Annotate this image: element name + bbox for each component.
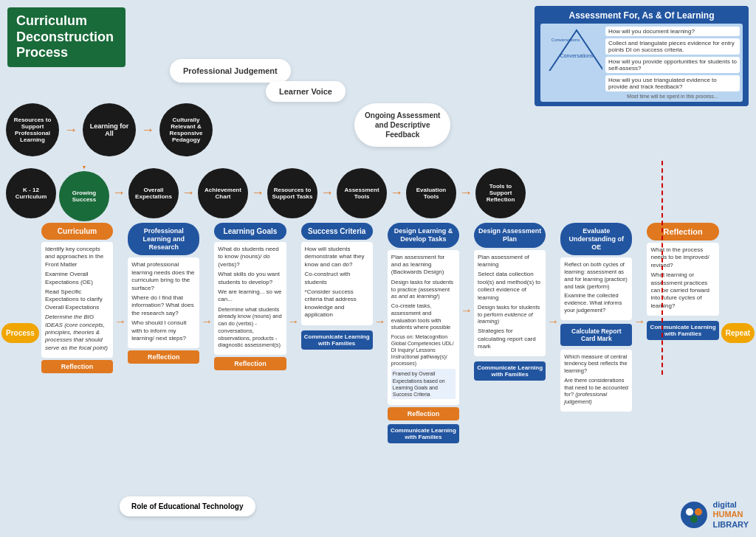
col-eo-content2: Which measure of central tendency best r…	[560, 350, 632, 412]
oval-assessment-tools: Assessment Tools	[337, 168, 387, 218]
assessment-box: Assessment For, As & Of Learning Convers…	[535, 6, 749, 106]
communicate-families-dl[interactable]: Communicate Learning with Families	[388, 424, 459, 443]
col-eo-content: Reflect on both cycles of learning: asse…	[560, 257, 632, 319]
red-dashed-line	[662, 161, 663, 375]
columns-area: Process Curriculum Identify key concepts…	[1, 223, 755, 443]
col-success-criteria: Success Criteria How will students demon…	[301, 223, 373, 350]
oval-growing-success: Growing Success	[59, 171, 109, 221]
reflection-btn-lg[interactable]: Reflection	[214, 357, 286, 370]
logo-area: digitalHUMANLIBRARY	[679, 500, 749, 530]
col-sc-content: How will students demonstrate what they …	[301, 242, 373, 325]
da-q3: Design tasks for students to perform evi…	[478, 304, 542, 325]
communicate-families-ref[interactable]: Communicate Learning with Families	[647, 321, 718, 340]
lg-q2: What skills do you want students to deve…	[218, 271, 282, 286]
arrow-c6: →	[547, 315, 559, 328]
assessment-inner: Conversations Products Observations Conv…	[540, 24, 743, 102]
svg-point-9	[690, 516, 698, 523]
col-curriculum-content: Identify key concepts and approaches in …	[41, 242, 113, 358]
oval-k12: K - 12 Curriculum	[6, 168, 56, 218]
da-q4: Strategies for calculating report card m…	[478, 328, 542, 350]
dl-q4: Focus on: Metacognition Global Competenc…	[391, 333, 456, 367]
sc-q3: *Consider success criteria that address …	[305, 288, 369, 319]
reflection-btn-curriculum[interactable]: Reflection	[41, 360, 113, 373]
dl-q1: Plan assessment for and as learning (Bac…	[391, 254, 456, 277]
col-da-content: Plan assessment of learning Select data …	[474, 250, 546, 357]
dhl-logo-icon	[679, 500, 709, 530]
svg-point-7	[686, 508, 693, 516]
dl-q2: Design tasks for students to practice (a…	[391, 279, 456, 300]
q4: How will you use triangulated evidence t…	[605, 75, 740, 91]
arrow-row2d: →	[320, 185, 334, 201]
lg-q3: We are learning... so we can...	[218, 288, 282, 304]
dl-framed: Framed by Overall Expectations based on …	[391, 369, 456, 398]
col-prof-header: Professional Learning and Research	[128, 223, 199, 255]
sc-q2: Co-construct with students	[305, 271, 369, 286]
col-learning-goals: Learning Goals What do students need to …	[214, 223, 286, 370]
lg-q1: What do students need to know (nouns)/ d…	[218, 246, 282, 268]
communicate-families-sc[interactable]: Communicate Learning with Families	[301, 330, 373, 350]
oval-culturally: Culturally Relevant & Responsive Pedagog…	[159, 103, 213, 156]
reflection-btn-prof[interactable]: Reflection	[128, 350, 199, 364]
item-front-matter: Identify key concepts and approaches in …	[45, 246, 109, 268]
col-lg-content: What do students need to know (nouns)/ d…	[214, 242, 286, 355]
cloud-professional-judgement: Professional Judgement	[170, 59, 291, 83]
arrow-row2c: →	[251, 185, 264, 201]
process-label: Process	[1, 323, 39, 343]
arrow-c7: →	[633, 315, 645, 328]
ref-q1: What in the process needs to be improved…	[650, 246, 715, 269]
oval-resources: Resources to Support Professional Learni…	[6, 103, 59, 156]
svg-text:Conversations: Conversations	[560, 53, 594, 58]
col-lg-header: Learning Goals	[214, 223, 286, 240]
repeat-label: Repeat	[721, 323, 755, 343]
sc-q1: How will students demonstrate what they …	[305, 246, 369, 268]
arrow-c5: →	[461, 304, 472, 317]
eo-q4: Are there considerations that need to be…	[564, 377, 628, 406]
eo-q2: Examine the collected evidence. What inf…	[564, 292, 628, 313]
reflection-btn-dl[interactable]: Reflection	[388, 407, 459, 420]
col-design-learning: Design Learning & Develop Tasks Plan ass…	[388, 223, 459, 443]
col-curriculum: Curriculum Identify key concepts and app…	[41, 223, 113, 373]
arrow-c2: →	[201, 315, 213, 328]
q2: Collect and triangulate pieces evidence …	[605, 38, 740, 55]
ovals-row1: Resources to Support Professional Learni…	[6, 103, 213, 156]
col-sc-header: Success Criteria	[301, 223, 373, 240]
item-big-ideas: Determine the BIG IDEAS (core concepts, …	[45, 313, 109, 352]
cloud-ongoing-assessment: Ongoing Assessmentand DescriptiveFeedbac…	[354, 103, 450, 147]
col-da-header: Design Assessment Plan	[474, 223, 546, 248]
ref-q2: What learning or assessment practices ca…	[650, 271, 715, 310]
assessment-questions: How will you document learning? Collect …	[605, 27, 740, 99]
page-title: CurriculumDeconstructionProcess	[16, 13, 117, 61]
arrow-row2b: →	[182, 185, 195, 201]
arrow-c3: →	[288, 315, 300, 328]
col-growing: ▼ Growing Success	[59, 164, 109, 221]
prof-q2: Where do I find that information? What d…	[131, 294, 196, 317]
arrow-c1: →	[114, 315, 126, 328]
svg-point-6	[681, 502, 707, 528]
cloud-role-ed-tech: Role of Educational Technology	[120, 496, 255, 516]
eo-q3: Which measure of central tendency best r…	[564, 353, 628, 375]
item-examine-oe: Examine Overall Expectations (OE)	[45, 271, 109, 286]
most-time-note: Most time will be spent in this process.…	[605, 94, 740, 99]
assessment-title: Assessment For, As & Of Learning	[540, 10, 743, 21]
item-read-spec: Read Specific Expectations to clarify Ov…	[45, 288, 109, 311]
cloud-learner-voice: Learner Voice	[266, 81, 346, 102]
col-dl-content: Plan assessment for and as learning (Bac…	[388, 250, 459, 405]
prof-q3: Who should I consult with to inform my l…	[131, 319, 196, 342]
q3: How will you provide opportunities for s…	[605, 57, 740, 73]
oval-resources-tasks: Resources to Support Tasks	[267, 168, 317, 218]
triangle-diagram: Conversations Products Observations Conv…	[543, 27, 602, 71]
oval-learning-all: Learning for All	[83, 103, 136, 156]
da-q1: Plan assessment of learning	[478, 254, 542, 269]
communicate-families-da[interactable]: Communicate Learning with Families	[474, 361, 546, 381]
lg-q4: Determine what students already know (no…	[218, 306, 282, 350]
arrow2: →	[140, 103, 156, 156]
col-prof-content: What professional learning needs does th…	[128, 257, 199, 348]
calculate-mark[interactable]: Calculate Report Card Mark	[560, 324, 632, 346]
col-evaluate-oe: Evaluate Understanding of OE Reflect on …	[560, 223, 632, 412]
col-curriculum-header: Curriculum	[41, 223, 113, 240]
svg-text:Conversations: Conversations	[551, 38, 580, 42]
col-eo-header: Evaluate Understanding of OE	[560, 223, 632, 255]
title-box: CurriculumDeconstructionProcess	[7, 7, 126, 67]
eo-q1: Reflect on both cycles of learning: asse…	[564, 261, 628, 290]
ovals-row2: K - 12 Curriculum ▼ Growing Success → Ov…	[6, 164, 526, 221]
